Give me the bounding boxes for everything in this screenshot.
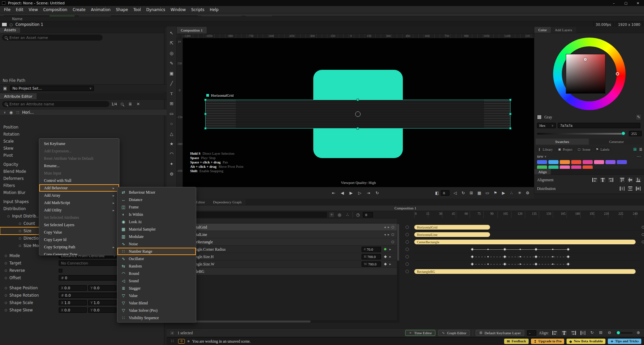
horizontal-scrollbar[interactable] [169, 320, 397, 323]
menu-item[interactable]: File [1, 7, 13, 12]
timeline-ruler[interactable]: 0153045607590105120135150165180195210225… [414, 211, 640, 218]
attribute-checkbox[interactable] [59, 269, 62, 273]
align-center-h-button[interactable] [599, 177, 606, 183]
render-preview-icon[interactable]: ▶ [500, 190, 507, 196]
timeline-track-row[interactable]: HorizontalLine [414, 231, 640, 238]
maximize-button[interactable]: ▢ [620, 0, 632, 6]
keyframe-layer-field[interactable]: - [527, 330, 536, 336]
attribute-socket[interactable] [5, 262, 7, 264]
context-menu-item[interactable]: Reset Attribute Value to Default [39, 155, 119, 162]
library-tab[interactable]: ⚑Labels [593, 147, 611, 152]
camera-tool-icon[interactable]: ▣ [168, 69, 176, 78]
hex-mode-dropdown[interactable]: Hex∨ [537, 123, 556, 128]
context-menu-item[interactable]: Add Behaviour ▸ [39, 184, 119, 192]
keyframe-diamond[interactable] [471, 248, 474, 251]
keyframe-diamond[interactable] [567, 255, 570, 258]
library-tab[interactable]: ▣Project [556, 147, 574, 152]
attribute-y-field[interactable]: Y1.0 [88, 300, 116, 305]
color-swatch[interactable] [560, 160, 570, 164]
timeline-layer-bar[interactable]: RectangleBG [414, 269, 636, 274]
keyframe-diamond[interactable] [503, 248, 506, 251]
timeline-track-row[interactable] [414, 246, 640, 253]
horizontal-grid-shape[interactable] [205, 100, 511, 129]
keyframe-diamond[interactable] [534, 262, 538, 266]
swatch-group-name[interactable]: new [537, 154, 543, 158]
submenu-item[interactable]: ◫ Frame [117, 203, 196, 211]
menu-item[interactable]: View [26, 7, 41, 12]
context-menu-item[interactable]: Set Selected Layers [39, 221, 119, 229]
keyframe-diamond[interactable] [503, 255, 506, 258]
library-tab[interactable]: ▢Scene [575, 147, 592, 152]
grid-view-icon[interactable]: ⊞ [633, 146, 637, 152]
attribute-x-field[interactable]: X0.0 [59, 307, 87, 313]
keyframe-dot[interactable] [552, 249, 553, 250]
snapping-icon[interactable]: ∴ [508, 190, 515, 196]
attribute-x-field[interactable]: X0.0 [59, 285, 87, 291]
keyframe-diamond[interactable] [567, 262, 570, 266]
current-frame-field[interactable]: 0 [363, 212, 373, 217]
context-menu-item[interactable]: Copy Scripting Path ▸ [39, 243, 119, 251]
selection-handle[interactable] [357, 99, 359, 101]
current-color-swatch[interactable] [537, 115, 542, 119]
timeline-layer-bar[interactable]: HorizontalLine [414, 232, 490, 237]
eyedropper-icon[interactable]: ✎ [636, 114, 642, 120]
timeline-comp-header[interactable]: Composition 1 [167, 205, 644, 211]
attribute-y-field[interactable]: Y0.0 [88, 307, 116, 313]
menu-item[interactable]: Tool [131, 7, 144, 12]
stopwatch-icon[interactable]: ◷ [355, 212, 361, 218]
color-swatch[interactable] [548, 160, 558, 164]
key-distribute-button[interactable] [580, 330, 586, 336]
onion-skin-icon[interactable]: ◧ [433, 190, 441, 196]
attribute-value-field[interactable]: No Connection∨ [59, 260, 118, 266]
artboard-tool-icon[interactable]: ⊞ [168, 100, 176, 108]
box-select-tool-icon[interactable]: ⇱ [168, 39, 176, 47]
minimize-button[interactable]: – [608, 0, 620, 6]
attribute-value-field[interactable]: #70.0 [362, 247, 381, 252]
attribute-socket[interactable] [7, 215, 10, 217]
keyframe-dot[interactable] [520, 256, 521, 257]
timeline-filter-input[interactable] [177, 213, 324, 217]
timeline-track-row[interactable] [414, 253, 640, 260]
attribute-x-field[interactable]: X1.0 [59, 300, 87, 305]
vertical-scrollbar[interactable] [397, 224, 399, 323]
align-middle-button[interactable] [627, 177, 634, 183]
attribute-socket[interactable] [19, 230, 21, 232]
sv-indicator[interactable] [584, 58, 587, 61]
attribute-track-row[interactable]: Rectangle.Size.W W700.0 ▸ [167, 260, 397, 268]
timeline-track-row[interactable]: HorizontalGrid [414, 224, 640, 231]
attribute-socket[interactable] [5, 269, 7, 272]
color-swatch[interactable] [537, 160, 547, 164]
assets-name-header[interactable]: Name [12, 17, 22, 21]
attribute-socket[interactable] [19, 245, 21, 247]
layer-row[interactable]: ⋯ HorizontalLine ◂ ▸ [167, 231, 397, 238]
hue-indicator[interactable] [616, 72, 619, 76]
timeline-track-row[interactable] [414, 260, 640, 268]
attribute-socket[interactable] [5, 294, 7, 297]
submenu-item[interactable]: ⇄ Behaviour Mixer [117, 189, 196, 196]
keyframe-diamond[interactable] [567, 248, 570, 251]
tab-add-layers[interactable]: Add Layers [551, 27, 576, 33]
submenu-item[interactable]: ▽ Value [117, 292, 196, 299]
tab-attribute-editor[interactable]: Attribute Editor [0, 93, 37, 99]
refresh-icon[interactable]: ↻ [460, 190, 467, 196]
keyframe-dot[interactable] [520, 249, 521, 250]
scrollbar-thumb[interactable] [397, 224, 399, 261]
more-options-icon[interactable]: ⋯ [636, 153, 642, 159]
tab-assets[interactable]: Assets [0, 27, 20, 33]
distribute-horizontal-button[interactable] [619, 186, 626, 192]
library-tab[interactable]: ∥Library [536, 147, 555, 152]
grid-overlay-icon[interactable]: ⊞ [468, 190, 475, 196]
go-to-start-icon[interactable]: ⇤ [330, 190, 337, 196]
snap-icon[interactable]: ⊞ [598, 330, 604, 336]
menu-item[interactable]: Help [207, 7, 221, 12]
keyframe-dot[interactable] [520, 263, 521, 265]
layer-row[interactable]: ▾ ▢ CenterRectangle [167, 238, 397, 246]
keyframe-dot[interactable] [487, 263, 489, 265]
asset-search-input[interactable] [9, 36, 100, 40]
submenu-item[interactable]: ▦ Material Sampler [117, 226, 196, 233]
feedback-icon[interactable]: ✉Feedback [504, 339, 529, 344]
selection-handle[interactable] [509, 127, 512, 130]
submenu-item[interactable]: ◐ Is Within [117, 211, 196, 218]
audio-icon[interactable]: ◁ [451, 190, 459, 196]
key-align-left-button[interactable] [551, 330, 558, 336]
